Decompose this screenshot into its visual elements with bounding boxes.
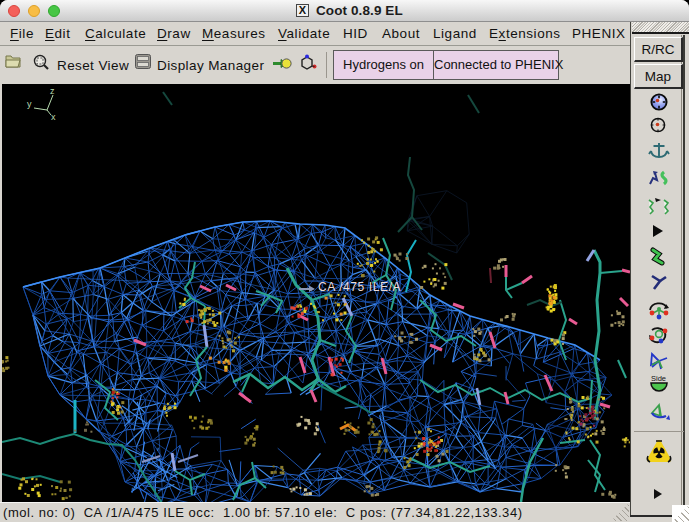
svg-text:y: y: [27, 99, 32, 109]
svg-text:z: z: [50, 86, 55, 96]
svg-text:CA /475 ILE/A: CA /475 ILE/A: [318, 280, 401, 294]
svg-text:x: x: [51, 112, 56, 122]
svg-text:Side: Side: [651, 374, 666, 383]
